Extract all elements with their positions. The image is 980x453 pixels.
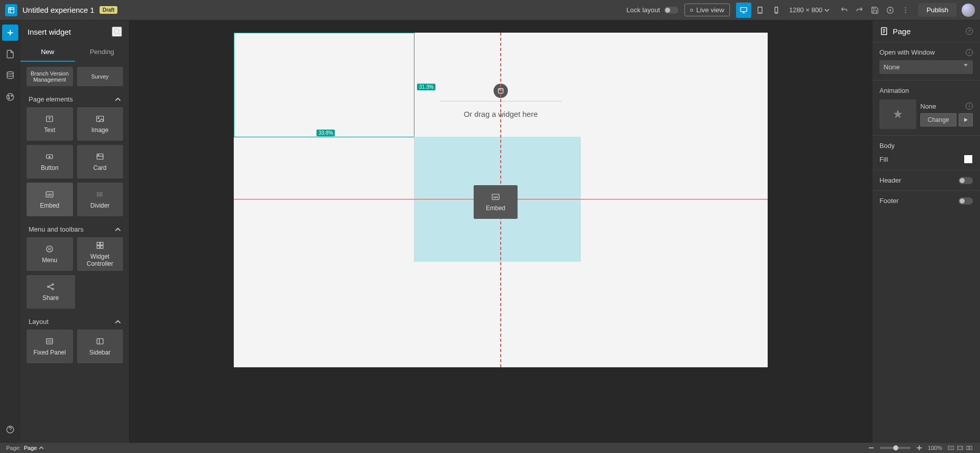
fit-screen-button[interactable] — [955, 443, 965, 452]
widget-button[interactable]: Button — [27, 145, 73, 179]
tab-pending[interactable]: Pending — [75, 43, 130, 62]
page-icon — [879, 27, 889, 36]
help-icon[interactable]: ? — [966, 28, 973, 35]
actual-size-button[interactable] — [965, 443, 974, 452]
svg-point-11 — [7, 93, 14, 100]
svg-point-24 — [46, 246, 53, 252]
rail-page-button[interactable] — [2, 46, 18, 62]
widget-text[interactable]: Text — [27, 107, 73, 141]
zoom-out-button[interactable] — [867, 443, 876, 452]
widget-controller-label: Widget Controller — [79, 253, 121, 267]
section-page-elements[interactable]: Page elements — [27, 90, 123, 107]
open-with-window-select[interactable]: None — [879, 60, 973, 74]
animation-label: Animation — [879, 87, 909, 94]
header-label: Header — [879, 177, 901, 184]
widget-share-label: Share — [42, 294, 59, 301]
device-tablet-button[interactable] — [752, 3, 768, 18]
zoom-slider[interactable] — [880, 447, 911, 449]
fit-width-button[interactable] — [946, 443, 955, 452]
canvas-dimensions-dropdown[interactable]: 1280 × 800 — [789, 6, 829, 14]
widget-image[interactable]: Image — [77, 107, 124, 141]
publish-button[interactable]: Publish — [918, 3, 957, 17]
svg-point-30 — [52, 284, 54, 285]
widget-sidebar[interactable]: Sidebar — [77, 330, 124, 363]
widget-card[interactable]: Card — [77, 145, 124, 179]
widget-branch-version[interactable]: Branch Version Management — [27, 67, 73, 86]
device-buttons — [736, 3, 784, 18]
widget-divider[interactable]: Divider — [77, 183, 124, 216]
canvas-area[interactable]: Or drag a widget here 33.8% 31.3% Embed — [130, 20, 872, 443]
section-menu-toolbars[interactable]: Menu and toolbars — [27, 220, 123, 237]
selection-box — [234, 33, 414, 137]
widget-fixed-panel[interactable]: Fixed Panel — [27, 330, 73, 363]
svg-rect-41 — [970, 446, 972, 450]
svg-point-13 — [11, 95, 12, 96]
rail-insert-button[interactable] — [2, 24, 18, 41]
widget-list[interactable]: Branch Version Management Survey Page el… — [20, 62, 129, 443]
redo-button[interactable] — [852, 3, 867, 18]
widget-text-label: Text — [44, 127, 55, 134]
undo-button[interactable] — [837, 3, 852, 18]
live-view-button[interactable]: Live view — [684, 4, 730, 16]
widget-share[interactable]: Share — [27, 275, 75, 309]
canvas-dimensions-label: 1280 × 800 — [789, 6, 822, 14]
rail-help-button[interactable] — [2, 421, 18, 438]
right-panel-title: Page — [893, 27, 911, 36]
more-options-button[interactable] — [898, 3, 913, 18]
animation-change-button[interactable]: Change — [920, 113, 957, 127]
preview-button[interactable] — [883, 3, 898, 18]
widget-menu-label: Menu — [42, 257, 57, 264]
lock-layout-toggle[interactable] — [664, 7, 678, 14]
info-icon[interactable]: i — [966, 49, 973, 56]
header-toggle[interactable] — [959, 177, 973, 184]
svg-point-10 — [7, 72, 13, 74]
footer-toggle[interactable] — [959, 197, 973, 205]
svg-rect-40 — [967, 446, 969, 450]
insert-panel-title: Insert widget — [28, 28, 112, 36]
sidebar-icon — [95, 337, 105, 346]
svg-rect-26 — [101, 242, 103, 245]
chevron-up-icon[interactable] — [39, 445, 44, 450]
svg-rect-33 — [48, 340, 52, 343]
search-button[interactable] — [112, 27, 122, 37]
divider-icon — [95, 190, 105, 199]
user-avatar[interactable] — [962, 4, 975, 17]
rail-theme-button[interactable] — [2, 89, 18, 105]
zoom-value: 100% — [928, 445, 942, 451]
live-dot-icon — [690, 9, 693, 12]
topbar: Untitled experience 1 Draft Lock layout … — [0, 0, 980, 20]
animation-play-button[interactable] — [959, 113, 973, 127]
drag-ghost-label: Embed — [486, 205, 505, 212]
fill-color-swatch[interactable] — [964, 155, 973, 164]
widget-sidebar-label: Sidebar — [89, 349, 110, 356]
rail-data-button[interactable] — [2, 67, 18, 84]
widget-embed[interactable]: Embed — [27, 183, 73, 216]
app-logo-icon[interactable] — [5, 4, 17, 16]
experience-title[interactable]: Untitled experience 1 — [22, 6, 94, 14]
device-desktop-button[interactable] — [736, 3, 751, 18]
svg-point-29 — [47, 286, 49, 288]
widget-menu[interactable]: Menu — [27, 237, 73, 271]
zoom-in-button[interactable] — [915, 443, 924, 452]
widget-divider-label: Divider — [90, 202, 109, 209]
canvas[interactable]: Or drag a widget here 33.8% 31.3% Embed — [234, 33, 768, 367]
svg-rect-1 — [741, 7, 747, 11]
section-layout[interactable]: Layout — [27, 313, 123, 330]
svg-point-16 — [114, 29, 119, 34]
widget-controller[interactable]: Widget Controller — [77, 237, 124, 271]
fill-label: Fill — [879, 156, 888, 163]
open-with-window-label: Open with Window — [879, 48, 935, 56]
save-button[interactable] — [867, 3, 883, 18]
height-badge: 31.3% — [417, 84, 435, 90]
info-icon[interactable]: i — [966, 103, 973, 110]
widget-survey[interactable]: Survey — [77, 67, 124, 86]
tab-new[interactable]: New — [20, 43, 75, 62]
page-value[interactable]: Page — [24, 445, 37, 451]
device-phone-button[interactable] — [769, 3, 784, 18]
svg-point-19 — [98, 117, 99, 118]
section-menu-toolbars-label: Menu and toolbars — [29, 225, 84, 233]
star-icon — [892, 109, 903, 120]
menu-icon — [45, 244, 54, 254]
svg-point-7 — [905, 7, 906, 8]
right-panel: Page ? Open with Window i None Animation — [872, 20, 980, 443]
